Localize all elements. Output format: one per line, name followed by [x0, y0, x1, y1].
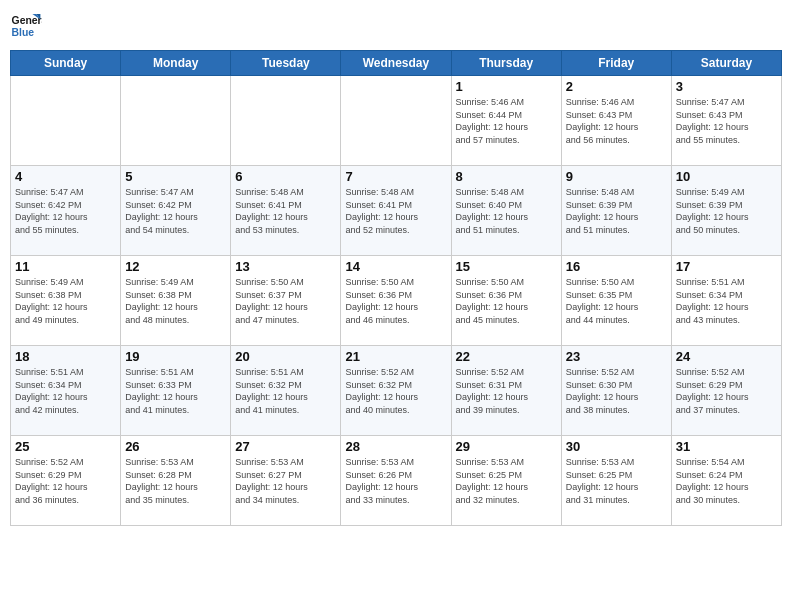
calendar-cell: 7Sunrise: 5:48 AM Sunset: 6:41 PM Daylig… [341, 166, 451, 256]
cell-day-number: 1 [456, 79, 557, 94]
calendar-cell: 15Sunrise: 5:50 AM Sunset: 6:36 PM Dayli… [451, 256, 561, 346]
calendar-cell: 13Sunrise: 5:50 AM Sunset: 6:37 PM Dayli… [231, 256, 341, 346]
cell-day-info: Sunrise: 5:48 AM Sunset: 6:41 PM Dayligh… [235, 186, 336, 236]
calendar-cell: 8Sunrise: 5:48 AM Sunset: 6:40 PM Daylig… [451, 166, 561, 256]
cell-day-info: Sunrise: 5:52 AM Sunset: 6:31 PM Dayligh… [456, 366, 557, 416]
calendar-cell: 2Sunrise: 5:46 AM Sunset: 6:43 PM Daylig… [561, 76, 671, 166]
calendar-week-4: 18Sunrise: 5:51 AM Sunset: 6:34 PM Dayli… [11, 346, 782, 436]
calendar-cell: 18Sunrise: 5:51 AM Sunset: 6:34 PM Dayli… [11, 346, 121, 436]
cell-day-info: Sunrise: 5:48 AM Sunset: 6:41 PM Dayligh… [345, 186, 446, 236]
calendar-cell: 5Sunrise: 5:47 AM Sunset: 6:42 PM Daylig… [121, 166, 231, 256]
calendar-cell: 31Sunrise: 5:54 AM Sunset: 6:24 PM Dayli… [671, 436, 781, 526]
calendar-cell: 4Sunrise: 5:47 AM Sunset: 6:42 PM Daylig… [11, 166, 121, 256]
cell-day-number: 28 [345, 439, 446, 454]
cell-day-info: Sunrise: 5:53 AM Sunset: 6:26 PM Dayligh… [345, 456, 446, 506]
calendar-cell: 16Sunrise: 5:50 AM Sunset: 6:35 PM Dayli… [561, 256, 671, 346]
cell-day-info: Sunrise: 5:52 AM Sunset: 6:29 PM Dayligh… [15, 456, 116, 506]
cell-day-number: 5 [125, 169, 226, 184]
cell-day-number: 8 [456, 169, 557, 184]
svg-text:Blue: Blue [12, 27, 35, 38]
cell-day-info: Sunrise: 5:53 AM Sunset: 6:28 PM Dayligh… [125, 456, 226, 506]
cell-day-number: 10 [676, 169, 777, 184]
cell-day-info: Sunrise: 5:52 AM Sunset: 6:32 PM Dayligh… [345, 366, 446, 416]
calendar-cell: 21Sunrise: 5:52 AM Sunset: 6:32 PM Dayli… [341, 346, 451, 436]
calendar-week-3: 11Sunrise: 5:49 AM Sunset: 6:38 PM Dayli… [11, 256, 782, 346]
page-header: General Blue [10, 10, 782, 42]
cell-day-info: Sunrise: 5:47 AM Sunset: 6:42 PM Dayligh… [125, 186, 226, 236]
cell-day-number: 18 [15, 349, 116, 364]
calendar-cell: 9Sunrise: 5:48 AM Sunset: 6:39 PM Daylig… [561, 166, 671, 256]
logo: General Blue [10, 10, 42, 42]
cell-day-number: 21 [345, 349, 446, 364]
cell-day-info: Sunrise: 5:49 AM Sunset: 6:38 PM Dayligh… [15, 276, 116, 326]
cell-day-info: Sunrise: 5:48 AM Sunset: 6:39 PM Dayligh… [566, 186, 667, 236]
calendar-cell: 19Sunrise: 5:51 AM Sunset: 6:33 PM Dayli… [121, 346, 231, 436]
calendar-week-5: 25Sunrise: 5:52 AM Sunset: 6:29 PM Dayli… [11, 436, 782, 526]
cell-day-number: 19 [125, 349, 226, 364]
cell-day-info: Sunrise: 5:51 AM Sunset: 6:34 PM Dayligh… [676, 276, 777, 326]
cell-day-number: 30 [566, 439, 667, 454]
cell-day-info: Sunrise: 5:50 AM Sunset: 6:36 PM Dayligh… [456, 276, 557, 326]
day-headers-row: SundayMondayTuesdayWednesdayThursdayFrid… [11, 51, 782, 76]
day-header-wednesday: Wednesday [341, 51, 451, 76]
cell-day-number: 14 [345, 259, 446, 274]
cell-day-number: 13 [235, 259, 336, 274]
cell-day-number: 25 [15, 439, 116, 454]
cell-day-info: Sunrise: 5:50 AM Sunset: 6:37 PM Dayligh… [235, 276, 336, 326]
cell-day-info: Sunrise: 5:50 AM Sunset: 6:36 PM Dayligh… [345, 276, 446, 326]
calendar-cell: 14Sunrise: 5:50 AM Sunset: 6:36 PM Dayli… [341, 256, 451, 346]
calendar-cell: 23Sunrise: 5:52 AM Sunset: 6:30 PM Dayli… [561, 346, 671, 436]
cell-day-number: 23 [566, 349, 667, 364]
cell-day-info: Sunrise: 5:51 AM Sunset: 6:34 PM Dayligh… [15, 366, 116, 416]
calendar-cell: 24Sunrise: 5:52 AM Sunset: 6:29 PM Dayli… [671, 346, 781, 436]
day-header-sunday: Sunday [11, 51, 121, 76]
calendar-cell [231, 76, 341, 166]
calendar-week-1: 1Sunrise: 5:46 AM Sunset: 6:44 PM Daylig… [11, 76, 782, 166]
cell-day-number: 9 [566, 169, 667, 184]
cell-day-info: Sunrise: 5:47 AM Sunset: 6:43 PM Dayligh… [676, 96, 777, 146]
cell-day-info: Sunrise: 5:51 AM Sunset: 6:32 PM Dayligh… [235, 366, 336, 416]
cell-day-info: Sunrise: 5:49 AM Sunset: 6:39 PM Dayligh… [676, 186, 777, 236]
calendar-cell: 25Sunrise: 5:52 AM Sunset: 6:29 PM Dayli… [11, 436, 121, 526]
calendar-cell: 17Sunrise: 5:51 AM Sunset: 6:34 PM Dayli… [671, 256, 781, 346]
cell-day-info: Sunrise: 5:51 AM Sunset: 6:33 PM Dayligh… [125, 366, 226, 416]
cell-day-info: Sunrise: 5:50 AM Sunset: 6:35 PM Dayligh… [566, 276, 667, 326]
day-header-thursday: Thursday [451, 51, 561, 76]
cell-day-info: Sunrise: 5:46 AM Sunset: 6:44 PM Dayligh… [456, 96, 557, 146]
calendar-cell [341, 76, 451, 166]
cell-day-number: 27 [235, 439, 336, 454]
calendar-cell: 29Sunrise: 5:53 AM Sunset: 6:25 PM Dayli… [451, 436, 561, 526]
cell-day-info: Sunrise: 5:48 AM Sunset: 6:40 PM Dayligh… [456, 186, 557, 236]
calendar-cell: 26Sunrise: 5:53 AM Sunset: 6:28 PM Dayli… [121, 436, 231, 526]
cell-day-number: 16 [566, 259, 667, 274]
cell-day-info: Sunrise: 5:49 AM Sunset: 6:38 PM Dayligh… [125, 276, 226, 326]
calendar-cell: 20Sunrise: 5:51 AM Sunset: 6:32 PM Dayli… [231, 346, 341, 436]
cell-day-number: 29 [456, 439, 557, 454]
cell-day-info: Sunrise: 5:46 AM Sunset: 6:43 PM Dayligh… [566, 96, 667, 146]
calendar-cell: 22Sunrise: 5:52 AM Sunset: 6:31 PM Dayli… [451, 346, 561, 436]
calendar-cell [11, 76, 121, 166]
cell-day-number: 15 [456, 259, 557, 274]
calendar-cell: 12Sunrise: 5:49 AM Sunset: 6:38 PM Dayli… [121, 256, 231, 346]
day-header-friday: Friday [561, 51, 671, 76]
cell-day-info: Sunrise: 5:54 AM Sunset: 6:24 PM Dayligh… [676, 456, 777, 506]
calendar-cell: 30Sunrise: 5:53 AM Sunset: 6:25 PM Dayli… [561, 436, 671, 526]
cell-day-number: 4 [15, 169, 116, 184]
day-header-monday: Monday [121, 51, 231, 76]
cell-day-number: 12 [125, 259, 226, 274]
calendar-cell: 1Sunrise: 5:46 AM Sunset: 6:44 PM Daylig… [451, 76, 561, 166]
cell-day-number: 24 [676, 349, 777, 364]
cell-day-info: Sunrise: 5:53 AM Sunset: 6:25 PM Dayligh… [456, 456, 557, 506]
cell-day-number: 26 [125, 439, 226, 454]
cell-day-number: 3 [676, 79, 777, 94]
cell-day-number: 6 [235, 169, 336, 184]
cell-day-info: Sunrise: 5:47 AM Sunset: 6:42 PM Dayligh… [15, 186, 116, 236]
calendar-cell: 11Sunrise: 5:49 AM Sunset: 6:38 PM Dayli… [11, 256, 121, 346]
cell-day-number: 7 [345, 169, 446, 184]
cell-day-number: 22 [456, 349, 557, 364]
day-header-tuesday: Tuesday [231, 51, 341, 76]
cell-day-number: 2 [566, 79, 667, 94]
calendar-table: SundayMondayTuesdayWednesdayThursdayFrid… [10, 50, 782, 526]
cell-day-info: Sunrise: 5:53 AM Sunset: 6:25 PM Dayligh… [566, 456, 667, 506]
calendar-cell [121, 76, 231, 166]
